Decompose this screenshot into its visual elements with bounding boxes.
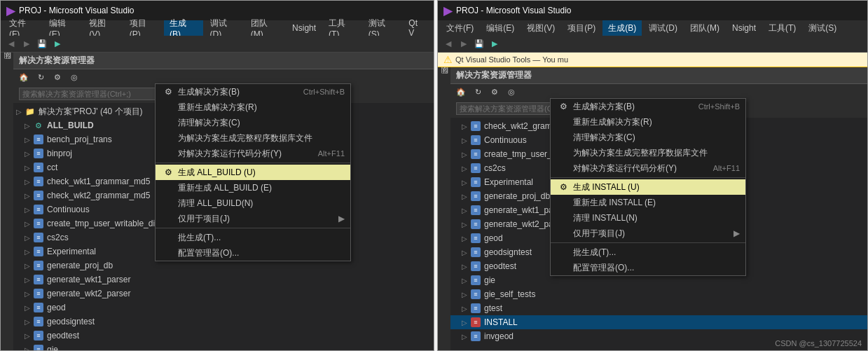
menu-nsight-left[interactable]: Nsight [287,20,322,36]
right-main-area: 解决方案 团队 解决方案资源管理器 🏠 ↻ ⚙ ◎ ▷ ≡ check_wkt [438,67,867,350]
arrow-invgeod-right: ▷ [462,333,470,340]
menu-project-left[interactable]: 项目(P) [124,20,163,36]
left-dd-rebuild-solution[interactable]: 重新生成解决方案(R) [156,99,350,115]
side-tab-1-left[interactable]: 解决方案 [1,55,14,61]
icon-install-right: ≡ [470,317,481,328]
icon-exp-right: ≡ [470,177,481,188]
arrow-install-right: ▷ [462,319,470,326]
tree-item-gtest-right[interactable]: ▷ ≡ gtest [450,301,867,315]
left-search-input[interactable] [19,88,159,100]
menu-debug-left[interactable]: 调试(D) [205,20,244,36]
side-tab-1-right[interactable]: 解决方案 [438,70,451,76]
panel-refresh-right[interactable]: ↻ [471,85,485,99]
arrow-wkt2p-left: ▷ [25,290,33,298]
toolbar-back-right[interactable]: ◀ [441,37,455,51]
left-dd-submenu-arrow: ▶ [338,214,345,223]
side-tab-2-left[interactable]: 团队 [1,62,14,68]
panel-home-right[interactable]: 🏠 [454,85,468,99]
tree-item-gie-self-right[interactable]: ▷ ≡ gie_self_tests [450,287,867,301]
left-dd-code-analysis[interactable]: 对解决方案运行代码分析(Y) Alt+F11 [156,146,350,161]
toolbar-save-left[interactable]: 💾 [35,37,49,51]
toolbar-run-right[interactable]: ▶ [488,37,502,51]
tree-item-gie-left[interactable]: ▷ ≡ gie [13,343,434,350]
left-dd-build-solution[interactable]: ⚙ 生成解决方案(B) Ctrl+Shift+B [156,84,350,99]
toolbar-fwd-right[interactable]: ▶ [457,37,471,51]
arrow-geodsign-right: ▷ [462,249,470,256]
tree-item-geod-left[interactable]: ▷ ≡ geod [13,301,434,315]
menu-edit-right[interactable]: 编辑(E) [481,20,520,36]
tree-item-wkt1parser-left[interactable]: ▷ ≡ generate_wkt1_parser [13,273,434,287]
left-main-area: 解决方案 团队 解决方案资源管理器 🏠 ↻ ⚙ ◎ ▷ 📁 [1,53,434,350]
panel-home-left[interactable]: 🏠 [17,70,31,84]
menu-tools-left[interactable]: 工具(T) [323,20,361,36]
icon-bench: ≡ [33,134,44,145]
icon-continuous-left: ≡ [33,204,44,215]
arrow-all-build: ▷ [25,122,33,130]
menu-tools-right[interactable]: 工具(T) [763,20,801,36]
arrow-exp-left: ▷ [25,248,33,256]
menu-build-left[interactable]: 生成(B) [164,20,202,36]
menu-team-left[interactable]: 团队(M) [245,20,285,36]
left-dd-batch-build[interactable]: 批生成(T)... [156,230,350,245]
right-dd-clean-install[interactable]: 清理 INSTALL(N) [551,210,745,226]
left-dd-config-manager[interactable]: 配置管理器(O)... [156,245,350,261]
arrow-exp-right: ▷ [462,179,470,186]
right-dd-rebuild-install[interactable]: 重新生成 INSTALL (E) [551,195,745,210]
tree-item-wkt2parser-left[interactable]: ▷ ≡ generate_wkt2_parser [13,287,434,301]
menu-qt-left[interactable]: Qt V [403,20,431,36]
right-dd-build-install[interactable]: ⚙ 生成 INSTALL (U) [551,179,745,195]
icon-continuous-right: ≡ [470,135,481,146]
left-dd-clean-solution[interactable]: 清理解决方案(C) [156,115,350,130]
menu-project-right[interactable]: 项目(P) [562,20,601,36]
right-dd-clean-solution[interactable]: 清理解决方案(C) [551,130,745,145]
panel-settings-left[interactable]: ⚙ [50,70,64,84]
toolbar-run-left[interactable]: ▶ [50,37,64,51]
right-dd-project-only[interactable]: 仅用于项目(J) ▶ [551,226,745,241]
tree-item-geodtest-left[interactable]: ▷ ≡ geodtest [13,329,434,343]
qt-warning-bar: ⚠ Qt Visual Studio Tools — You mu [438,53,867,67]
right-dd-code-analysis[interactable]: 对解决方案运行代码分析(Y) Alt+F11 [551,160,745,176]
left-dd-full-pdb[interactable]: 为解决方案生成完整程序数据库文件 [156,130,350,146]
icon-geodtest-right: ≡ [470,261,481,272]
right-dd-build-solution[interactable]: ⚙ 生成解决方案(B) Ctrl+Shift+B [551,99,745,114]
panel-settings-right[interactable]: ⚙ [488,85,502,99]
menu-test-left[interactable]: 测试(S) [363,20,401,36]
toolbar-back-left[interactable]: ◀ [4,37,18,51]
menu-build-right[interactable]: 生成(B) [602,20,642,36]
right-dropdown-menu: ⚙ 生成解决方案(B) Ctrl+Shift+B 重新生成解决方案(R) 清理解… [550,98,746,276]
menu-file-right[interactable]: 文件(F) [441,20,479,36]
menu-view-left[interactable]: 视图(V) [83,20,122,36]
right-dd-batch-build[interactable]: 批生成(T)... [551,245,745,260]
menu-view-right[interactable]: 视图(V) [521,20,560,36]
menu-file-left[interactable]: 文件(F) [4,20,42,36]
arrow-cs2cs-right: ▷ [462,165,470,172]
right-dd-rebuild-solution[interactable]: 重新生成解决方案(R) [551,114,745,130]
panel-refresh-left[interactable]: ↻ [34,70,48,84]
menu-edit-left[interactable]: 编辑(E) [43,20,82,36]
left-dd-project-only[interactable]: 仅用于项目(J) ▶ [156,211,350,226]
tree-item-install-right[interactable]: ▷ ≡ INSTALL [450,315,867,329]
icon-genprojdb-right: ≡ [470,191,481,202]
left-dd-rebuild-all[interactable]: 重新生成 ALL_BUILD (E) [156,180,350,195]
right-dd-full-pdb[interactable]: 为解决方案生成完整程序数据库文件 [551,145,745,160]
side-tab-2-right[interactable]: 团队 [438,77,451,83]
menu-nsight-right[interactable]: Nsight [726,20,762,36]
arrow-geod-left: ▷ [25,304,33,312]
left-dd-build-all[interactable]: ⚙ 生成 ALL_BUILD (U) [156,165,350,180]
right-toolbar: ◀ ▶ 💾 ▶ [438,36,867,53]
icon-binproj: ≡ [33,148,44,159]
right-dd-config-manager[interactable]: 配置管理器(O)... [551,260,745,275]
icon-gie-right: ≡ [470,275,481,286]
toolbar-fwd-left[interactable]: ▶ [20,37,34,51]
icon-wkt1p-left: ≡ [33,274,44,285]
menu-test-right[interactable]: 测试(S) [803,20,842,36]
menu-debug-right[interactable]: 调试(D) [643,20,683,36]
panel-filter-left[interactable]: ◎ [67,70,81,84]
toolbar-save-right[interactable]: 💾 [472,37,486,51]
right-title-bar: ▶ PROJ - Microsoft Visual Studio [438,1,867,20]
panel-filter-right[interactable]: ◎ [504,85,518,99]
tree-item-geodsign-left[interactable]: ▷ ≡ geodsigntest [13,315,434,329]
menu-team-right[interactable]: 团队(M) [684,20,725,36]
arrow-continuous-left: ▷ [25,206,33,214]
left-dd-clean-all[interactable]: 清理 ALL_BUILD(N) [156,195,350,211]
